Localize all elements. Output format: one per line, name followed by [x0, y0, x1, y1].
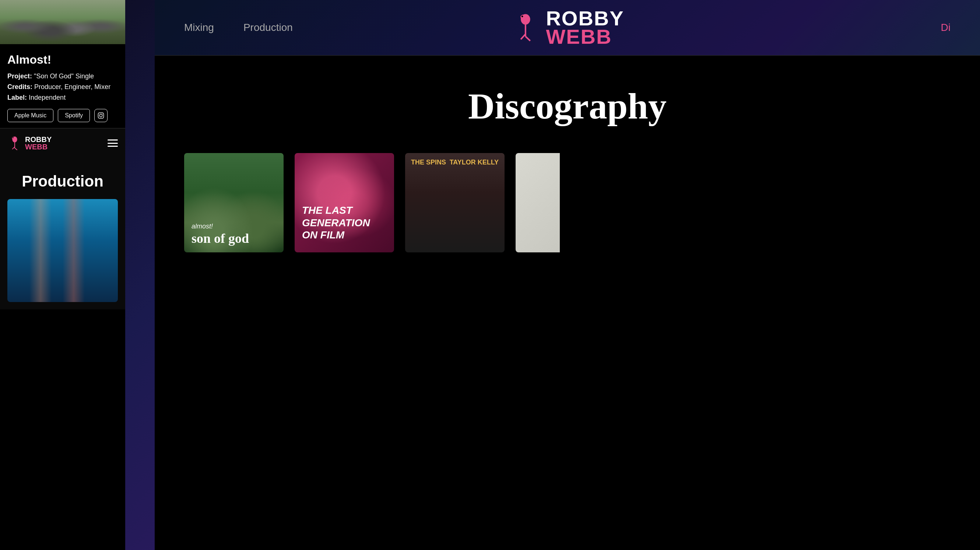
guitar-image [7, 199, 118, 302]
logo-webb: WEBB [546, 28, 624, 46]
last-gen-overlay: THE LAST GENERATION ON FILM [302, 204, 387, 241]
spins-top-labels: THE SPINS TAYLOR KELLY [405, 159, 504, 166]
credits-value: Producer, Engineer, Mixer [34, 83, 110, 90]
apple-music-button[interactable]: Apple Music [7, 109, 53, 122]
track-title: Almost! [7, 53, 118, 67]
last-gen-title: THE LAST GENERATION ON FILM [302, 204, 370, 241]
main-flamingo-icon [511, 13, 540, 42]
taylor-kelly-label: TAYLOR KELLY [450, 159, 499, 166]
instagram-icon [98, 112, 104, 119]
svg-point-14 [521, 16, 523, 17]
nav-border [155, 55, 980, 55]
mobile-logo-webb: WEBB [25, 143, 52, 151]
nav-mixing-link[interactable]: Mixing [184, 22, 214, 33]
svg-point-13 [520, 15, 525, 19]
son-of-god-overlay: almost! son of god [191, 223, 249, 245]
partial-visual [515, 153, 560, 252]
svg-point-2 [102, 114, 103, 114]
project-label: Project: [7, 73, 32, 80]
hamburger-line-1 [108, 139, 118, 141]
main-nav: Mixing Production ROBBY WEBB Di [155, 0, 980, 55]
mobile-logo-text: ROBBY WEBB [25, 136, 52, 151]
svg-point-1 [99, 114, 102, 117]
guitar-visual [7, 199, 118, 302]
spotify-button[interactable]: Spotify [58, 109, 90, 122]
nav-links: Mixing Production [184, 22, 293, 33]
svg-line-12 [525, 36, 530, 41]
album-son-of-god[interactable]: almost! son of god [184, 153, 283, 252]
svg-point-8 [13, 137, 14, 138]
credits-label: Credits: [7, 83, 32, 90]
svg-line-11 [521, 34, 525, 40]
son-of-god-title: son of god [191, 231, 249, 246]
album-last-generation[interactable]: THE LAST GENERATION ON FILM [294, 153, 394, 252]
mobile-flamingo-icon [7, 136, 22, 151]
label-value: Independent [29, 94, 65, 101]
main-content: Mixing Production ROBBY WEBB Di Discogra… [155, 0, 980, 550]
albums-row: almost! son of god THE LAST GENERATION O… [184, 153, 951, 252]
svg-point-7 [12, 137, 15, 139]
instagram-button[interactable] [94, 109, 108, 122]
spins-portrait [405, 153, 504, 252]
left-panel: Almost! Project: "Son Of God" Single Cre… [0, 0, 125, 550]
production-section: Production [0, 158, 125, 309]
project-value: "Son Of God" Single [34, 73, 94, 80]
track-buttons: Apple Music Spotify [7, 109, 118, 122]
almost-label: almost! [191, 223, 249, 230]
credits-row: Credits: Producer, Engineer, Mixer [7, 83, 118, 91]
project-row: Project: "Son Of God" Single [7, 73, 118, 80]
hamburger-menu-button[interactable] [108, 139, 118, 147]
album-partial[interactable] [515, 153, 560, 252]
svg-line-6 [15, 148, 17, 150]
nav-production-link[interactable]: Production [243, 22, 293, 33]
discography-section: Discography almost! son of god THE LAST … [155, 55, 980, 550]
track-info-card: Almost! Project: "Son Of God" Single Cre… [0, 44, 125, 128]
mobile-logo[interactable]: ROBBY WEBB [7, 136, 52, 151]
production-section-title: Production [7, 173, 118, 190]
album-the-spins[interactable]: THE SPINS TAYLOR KELLY [405, 153, 504, 252]
hamburger-line-3 [108, 146, 118, 147]
mobile-header: ROBBY WEBB [0, 128, 125, 158]
spins-label: THE SPINS [411, 159, 446, 166]
nav-right-item[interactable]: Di [941, 22, 951, 33]
hamburger-line-2 [108, 143, 118, 144]
label-row: Label: Independent [7, 94, 118, 101]
mobile-logo-robby: ROBBY [25, 136, 52, 143]
label-label: Label: [7, 94, 27, 101]
main-logo[interactable]: ROBBY WEBB [511, 9, 624, 46]
svg-rect-0 [98, 113, 104, 119]
discography-title: Discography [184, 85, 951, 127]
logo-text: ROBBY WEBB [546, 9, 624, 46]
album-hero-image [0, 0, 125, 44]
